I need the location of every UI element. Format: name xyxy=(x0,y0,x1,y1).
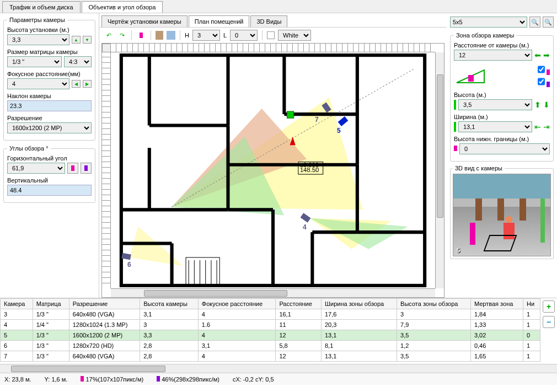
redo-icon[interactable]: ↷ xyxy=(117,30,127,40)
height-down-icon[interactable]: ⬇ xyxy=(543,100,550,109)
tab-lens[interactable]: Объектив и угол обзора xyxy=(82,1,163,13)
left-panel: Параметры камеры Высота установки (м.) 3… xyxy=(0,13,99,298)
remove-row-button[interactable]: − xyxy=(543,316,555,328)
status-y: Y: 1,6 м. xyxy=(45,376,68,383)
install-height-select[interactable]: 3,3 xyxy=(7,34,69,45)
camera-label-7: 7 xyxy=(315,116,319,123)
distance-label: Расстояние от камеры (м.) xyxy=(454,42,550,49)
lower-select[interactable]: 0 xyxy=(459,143,550,154)
box-icon[interactable] xyxy=(167,31,175,40)
canvas-scroll-v[interactable] xyxy=(435,52,444,288)
status-pink-text: 17%(107x107пикс/м) xyxy=(85,376,143,383)
preview-3d[interactable]: 5 xyxy=(453,174,551,256)
tab-drawing[interactable]: Чертёж установки камеры xyxy=(101,15,188,27)
resolution-select[interactable]: 1600x1200 (2 MP) xyxy=(7,122,92,133)
zone-height-select[interactable]: 3,5 xyxy=(458,99,532,110)
distance-select[interactable]: 12 xyxy=(454,50,532,61)
table-header[interactable]: Камера xyxy=(1,299,33,309)
table-scroll-h[interactable] xyxy=(0,364,557,373)
zoom-in-icon[interactable]: 🔍 xyxy=(529,17,540,28)
ruler-vertical xyxy=(102,52,111,288)
svg-rect-33 xyxy=(287,111,293,118)
svg-rect-39 xyxy=(468,75,474,82)
table-row[interactable]: 41/4 "1280x1024 (1.3 MP)31.61120,37,91,3… xyxy=(1,320,540,330)
focal-right-icon[interactable]: ▶ xyxy=(83,80,92,88)
height-bar-icon xyxy=(454,100,456,110)
table-header[interactable]: Расстояние xyxy=(276,299,322,309)
pink-person-checkbox[interactable] xyxy=(538,64,545,75)
zone-width-select[interactable]: 13,1 xyxy=(458,121,532,132)
width-bar-icon xyxy=(454,122,456,132)
focal-label: Фокусное расстояние(мм) xyxy=(7,71,92,77)
h-angle-select[interactable]: 61,9 xyxy=(7,163,65,174)
door-icon[interactable] xyxy=(156,31,163,40)
resolution-label: Разрешение xyxy=(7,115,92,121)
svg-marker-5 xyxy=(130,227,183,266)
v-angle-label: Вертикальный xyxy=(7,177,92,184)
tab-traffic[interactable]: Трафик и объем диска xyxy=(2,1,81,13)
status-x: X: 23,8 м. xyxy=(4,376,31,383)
h-select[interactable]: 3 xyxy=(192,30,220,41)
table-header[interactable]: Разрешение xyxy=(69,299,140,309)
color-swatch-icon xyxy=(267,31,275,39)
person-icon[interactable] xyxy=(136,30,146,40)
table-header[interactable]: Высота камеры xyxy=(140,299,199,309)
table-header[interactable]: Ширина зоны обзора xyxy=(321,299,397,309)
table-row[interactable]: 71/3 "640x480 (VGA)2,841213,13,51,651 xyxy=(1,351,540,362)
center-panel: Чертёж установки камеры План помещений 3… xyxy=(99,13,447,298)
add-row-button[interactable]: + xyxy=(543,300,555,313)
dist-left-icon[interactable]: ⬅ xyxy=(534,51,541,60)
camera-table: КамераМатрицаРазрешениеВысота камерыФоку… xyxy=(0,298,540,362)
people-purple-icon[interactable] xyxy=(81,163,92,174)
center-tabs: Чертёж установки камеры План помещений 3… xyxy=(99,13,447,28)
table-header[interactable]: Мертвая зона xyxy=(470,299,523,309)
h-label: H xyxy=(185,32,189,39)
focal-select[interactable]: 4 xyxy=(7,78,69,89)
tilt-label: Наклон камеры xyxy=(7,93,92,99)
door-3d-icon xyxy=(475,198,482,221)
l-select[interactable]: 0 xyxy=(230,30,258,41)
ruler-horizontal xyxy=(111,44,435,52)
people-pink-icon[interactable] xyxy=(67,163,78,174)
tab-plan[interactable]: План помещений xyxy=(189,15,250,27)
sensor-size-select[interactable]: 1/3 " xyxy=(7,56,62,67)
status-purple-text: 46%(298x298пикс/м) xyxy=(162,376,219,383)
purple-person-icon xyxy=(547,82,550,87)
table-header[interactable]: Фокусное расстояние xyxy=(198,299,276,309)
h-angle-label: Горизонтальный угол xyxy=(7,155,92,162)
preview-title: 3D вид с камеры xyxy=(453,165,505,171)
color-select[interactable]: White xyxy=(278,30,311,41)
canvas-scroll-h[interactable] xyxy=(111,288,435,297)
table-row[interactable]: 51/3 "1600x1200 (2 MP)3,341213,13,53,020 xyxy=(1,330,540,341)
camera-label-6: 6 xyxy=(127,261,131,269)
zone-height-label: Высота (м.) xyxy=(454,92,550,98)
height-up-icon[interactable]: ⬆ xyxy=(534,100,541,109)
lower-label: Высота нижн. границы (м.) xyxy=(454,136,550,142)
status-pink-icon xyxy=(81,376,84,382)
plan-canvas[interactable]: ±0.000 148.50 4 5 6 7 xyxy=(101,43,444,298)
table-header[interactable]: Высота зоны обзора xyxy=(397,299,471,309)
top-tabs: Трафик и объем диска Объектив и угол обз… xyxy=(0,0,557,13)
purple-person-checkbox[interactable] xyxy=(538,76,545,87)
fov-title: Углы обзора ° xyxy=(7,145,51,152)
tab-3d[interactable]: 3D Виды xyxy=(250,15,287,27)
zoom-out-icon[interactable]: 🔍 xyxy=(543,17,554,28)
focal-left-icon[interactable]: ◀ xyxy=(72,80,81,88)
table-header[interactable]: Ни xyxy=(523,299,540,309)
table-row[interactable]: 61/3 "1280x720 (HD)2,83,15,88,11,20,461 xyxy=(1,341,540,351)
aspect-select[interactable]: 4:3 xyxy=(64,56,92,67)
table-header[interactable]: Матрица xyxy=(33,299,69,309)
table-row[interactable]: 31/3 "640x480 (VGA)3,1416,117,631,841 xyxy=(1,309,540,320)
undo-icon[interactable]: ↶ xyxy=(104,30,114,40)
camera-table-area: КамераМатрицаРазрешениеВысота камерыФоку… xyxy=(0,298,557,364)
grid-size-select[interactable]: 5x5 xyxy=(450,17,527,28)
height-down-icon[interactable]: ▼ xyxy=(83,36,92,44)
status-bar: X: 23,8 м. Y: 1,6 м. 17%(107x107пикс/м) … xyxy=(0,373,557,385)
sensor-size-label: Размер матрицы камеры xyxy=(7,49,92,55)
camera-label-5: 5 xyxy=(337,127,341,135)
height-up-icon[interactable]: ▲ xyxy=(72,36,81,44)
width-out-icon[interactable]: ⇥ xyxy=(543,122,550,131)
width-in-icon[interactable]: ⇤ xyxy=(534,122,541,131)
zone-title: Зона обзора камеры xyxy=(454,32,516,39)
dist-right-icon[interactable]: ➡ xyxy=(543,51,550,60)
